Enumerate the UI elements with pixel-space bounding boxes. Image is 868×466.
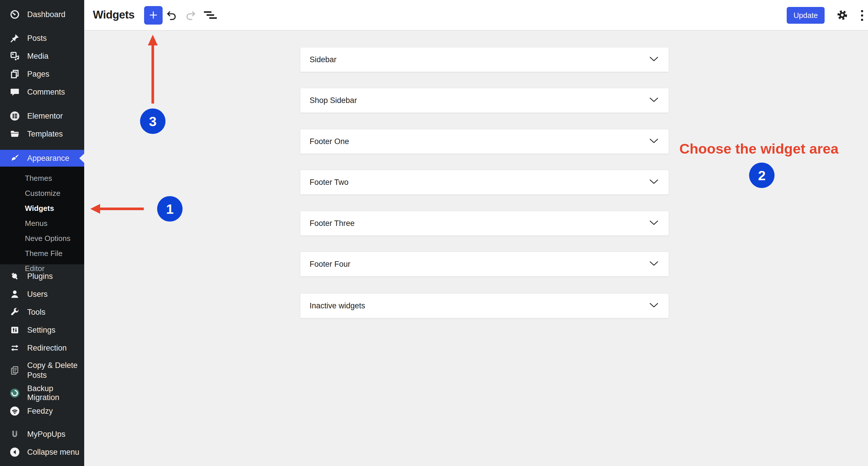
redirection-icon [9, 343, 21, 353]
chevron-down-icon [650, 57, 658, 63]
sidebar-item-pages[interactable]: Pages [0, 65, 84, 83]
widget-area-title: Footer One [310, 137, 349, 146]
backup-migration-icon [9, 387, 21, 399]
chevron-down-icon [650, 261, 658, 267]
dashboard-icon [9, 9, 21, 20]
feedzy-icon [9, 406, 21, 416]
sidebar-item-copy-delete-posts[interactable]: Copy & Delete Posts [0, 357, 84, 384]
sidebar-item-collapse-menu[interactable]: Collapse menu [0, 443, 84, 461]
widget-area-title: Footer Three [310, 219, 355, 228]
sidebar-item-label: Collapse menu [27, 448, 79, 457]
more-options-button[interactable] [855, 8, 868, 22]
plus-icon [148, 9, 159, 22]
chevron-down-icon [650, 179, 658, 185]
sidebar-item-dashboard[interactable]: Dashboard [0, 5, 84, 24]
wrench-icon [9, 307, 21, 317]
sidebar-item-tools[interactable]: Tools [0, 303, 84, 321]
redo-icon [184, 8, 197, 23]
comment-icon [9, 87, 21, 97]
mypopups-icon [9, 429, 21, 439]
user-icon [9, 289, 21, 300]
appearance-submenu: Themes Customize Widgets Menus Neve Opti… [0, 166, 84, 265]
widget-area-title: Inactive widgets [310, 302, 365, 310]
sidebar-item-label: Dashboard [27, 10, 65, 19]
widget-area-title: Footer Two [310, 178, 349, 187]
sidebar-item-label: Copy & Delete Posts [27, 361, 79, 380]
sidebar-item-label: Posts [27, 34, 47, 43]
elementor-icon [9, 111, 21, 122]
copy-delete-icon [9, 365, 21, 376]
sidebar-item-media[interactable]: Media [0, 47, 84, 65]
sidebar-item-label: Elementor [27, 112, 63, 121]
submenu-item-menus[interactable]: Menus [0, 216, 84, 231]
sidebar-item-users[interactable]: Users [0, 285, 84, 303]
widget-area-title: Sidebar [310, 55, 337, 64]
widget-area-panel-footer-one[interactable]: Footer One [300, 129, 669, 154]
admin-sidebar: Dashboard Posts Media Pages Comments [0, 0, 84, 466]
sidebar-item-label: Tools [27, 308, 45, 317]
sidebar-item-label: Comments [27, 88, 65, 97]
sidebar-item-posts[interactable]: Posts [0, 29, 84, 47]
sidebar-item-label: Settings [27, 326, 56, 335]
submenu-item-theme-file-editor[interactable]: Theme File Editor [0, 246, 84, 261]
add-block-button[interactable] [144, 6, 163, 25]
settings-icon [9, 325, 21, 335]
sidebar-item-label: Redirection [27, 344, 67, 352]
widget-area-list: Sidebar Shop Sidebar Footer One Footer T… [300, 31, 669, 466]
sidebar-item-label: Users [27, 290, 48, 299]
widget-area-title: Footer Four [310, 260, 350, 269]
wordpress-widgets-editor-screen: Dashboard Posts Media Pages Comments [0, 0, 868, 466]
widget-area-panel-inactive-widgets[interactable]: Inactive widgets [300, 293, 669, 318]
widget-area-panel-shop-sidebar[interactable]: Shop Sidebar [300, 88, 669, 113]
list-view-button[interactable] [204, 8, 217, 22]
sidebar-item-label: Plugins [27, 272, 53, 281]
submenu-item-neve-options[interactable]: Neve Options [0, 231, 84, 246]
sidebar-item-appearance[interactable]: Appearance [0, 150, 84, 166]
widget-area-title: Shop Sidebar [310, 96, 357, 105]
sidebar-item-label: Feedzy [27, 407, 53, 416]
media-icon [9, 51, 21, 61]
undo-button[interactable] [165, 8, 179, 22]
widget-area-panel-footer-three[interactable]: Footer Three [300, 211, 669, 236]
widget-area-panel-footer-four[interactable]: Footer Four [300, 252, 669, 277]
gear-icon [836, 9, 848, 22]
kebab-menu-icon [861, 10, 863, 21]
chevron-down-icon [650, 138, 658, 145]
chevron-down-icon [650, 303, 658, 309]
widget-area-panel-sidebar[interactable]: Sidebar [300, 47, 669, 72]
sidebar-item-label: Media [27, 52, 49, 61]
redo-button[interactable] [184, 8, 197, 22]
list-view-icon [203, 8, 218, 23]
sidebar-item-backup-migration[interactable]: Backup Migration [0, 384, 84, 402]
settings-panel-button[interactable] [835, 8, 849, 22]
plug-icon [9, 271, 21, 281]
widget-area-panel-footer-two[interactable]: Footer Two [300, 170, 669, 195]
collapse-icon [9, 446, 21, 458]
sidebar-item-redirection[interactable]: Redirection [0, 339, 84, 357]
pushpin-icon [9, 33, 21, 43]
chevron-down-icon [650, 220, 658, 226]
submenu-item-themes[interactable]: Themes [0, 170, 84, 186]
undo-icon [165, 8, 178, 23]
update-button[interactable]: Update [787, 7, 825, 24]
paintbrush-icon [9, 153, 21, 163]
sidebar-item-label: Pages [27, 70, 50, 79]
sidebar-item-feedzy[interactable]: Feedzy [0, 402, 84, 420]
editor-topbar: Widgets Update [84, 0, 868, 31]
submenu-item-widgets[interactable]: Widgets [0, 201, 84, 216]
page-title: Widgets [93, 9, 134, 21]
current-menu-notch [79, 154, 84, 163]
sidebar-item-label: MyPopUps [27, 430, 65, 439]
sidebar-item-settings[interactable]: Settings [0, 321, 84, 339]
sidebar-item-templates[interactable]: Templates [0, 125, 84, 143]
sidebar-item-label: Backup Migration [27, 384, 84, 402]
chevron-down-icon [650, 97, 658, 103]
sidebar-item-comments[interactable]: Comments [0, 83, 84, 101]
widgets-content-area: Sidebar Shop Sidebar Footer One Footer T… [84, 31, 868, 466]
submenu-item-customize[interactable]: Customize [0, 186, 84, 201]
folder-icon [9, 129, 21, 139]
sidebar-item-label: Templates [27, 130, 63, 138]
sidebar-item-elementor[interactable]: Elementor [0, 107, 84, 125]
sidebar-item-mypopups[interactable]: MyPopUps [0, 425, 84, 443]
pages-icon [9, 69, 21, 79]
